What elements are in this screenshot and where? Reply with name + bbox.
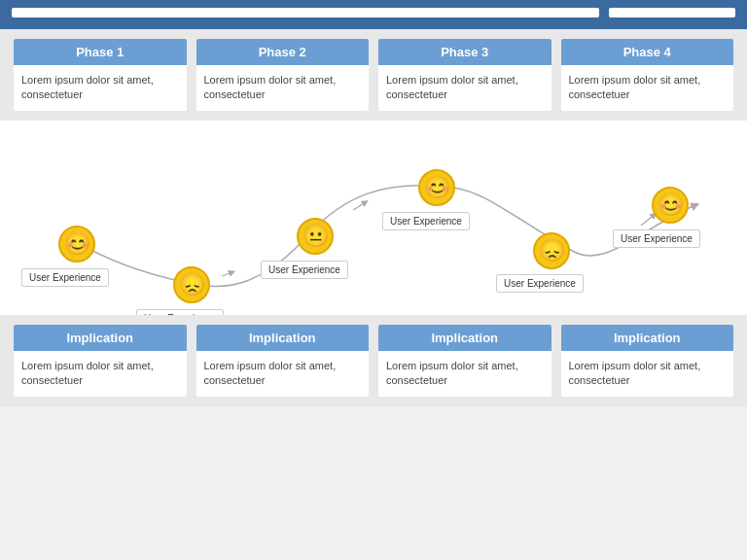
implication-body-3: Lorem ipsum dolor sit amet, consectetuer	[378, 351, 551, 397]
header	[0, 0, 747, 29]
emoji-face-5: 😊	[652, 187, 689, 224]
implications-section: Implication Lorem ipsum dolor sit amet, …	[0, 315, 747, 406]
phase-card-2: Phase 2 Lorem ipsum dolor sit amet, cons…	[196, 39, 370, 111]
exp-label-1: User Experience	[136, 309, 224, 315]
phases-grid: Phase 1 Lorem ipsum dolor sit amet, cons…	[14, 39, 733, 111]
implications-grid: Implication Lorem ipsum dolor sit amet, …	[14, 325, 733, 397]
implication-card-2: Implication Lorem ipsum dolor sit amet, …	[196, 325, 370, 397]
persona-label	[12, 8, 599, 18]
implication-body-2: Lorem ipsum dolor sit amet, consectetuer	[196, 351, 370, 397]
phase-body-2: Lorem ipsum dolor sit amet, consectetuer	[196, 65, 370, 111]
goal-box	[609, 8, 735, 21]
emoji-face-4: 😞	[533, 232, 570, 269]
phase-header-1: Phase 1	[14, 39, 187, 65]
phase-header-3: Phase 3	[378, 39, 551, 65]
phase-body-3: Lorem ipsum dolor sit amet, consectetuer	[378, 65, 551, 111]
implication-header-4: Implication	[561, 325, 734, 351]
implication-header-1: Implication	[14, 325, 187, 351]
journey-path-svg	[0, 121, 747, 315]
phase-header-2: Phase 2	[196, 39, 370, 65]
phase-header-4: Phase 4	[561, 39, 734, 65]
phase-card-3: Phase 3 Lorem ipsum dolor sit amet, cons…	[378, 39, 551, 111]
phase-card-1: Phase 1 Lorem ipsum dolor sit amet, cons…	[14, 39, 187, 111]
implication-header-2: Implication	[196, 325, 370, 351]
exp-label-2: User Experience	[261, 261, 348, 279]
exp-label-3: User Experience	[382, 212, 470, 230]
phases-section: Phase 1 Lorem ipsum dolor sit amet, cons…	[0, 29, 747, 121]
journey-section: 😊😞😐😊😞😊 User ExperienceUser ExperienceUse…	[0, 121, 747, 315]
implication-card-1: Implication Lorem ipsum dolor sit amet, …	[14, 325, 187, 397]
implication-body-1: Lorem ipsum dolor sit amet, consectetuer	[14, 351, 187, 397]
implication-card-3: Implication Lorem ipsum dolor sit amet, …	[378, 325, 551, 397]
phase-body-4: Lorem ipsum dolor sit amet, consectetuer	[561, 65, 734, 111]
implication-body-4: Lorem ipsum dolor sit amet, consectetuer	[561, 351, 734, 397]
emoji-face-0: 😊	[58, 226, 95, 262]
emoji-face-1: 😞	[173, 266, 210, 303]
exp-label-0: User Experience	[21, 268, 109, 287]
phase-body-1: Lorem ipsum dolor sit amet, consectetuer	[14, 65, 187, 111]
implication-header-3: Implication	[378, 325, 551, 351]
exp-label-4: User Experience	[496, 274, 584, 293]
persona-box	[12, 8, 599, 21]
goal-label	[609, 8, 735, 18]
phase-card-4: Phase 4 Lorem ipsum dolor sit amet, cons…	[561, 39, 734, 111]
emoji-face-2: 😐	[297, 218, 334, 255]
exp-label-5: User Experience	[613, 229, 700, 248]
implication-card-4: Implication Lorem ipsum dolor sit amet, …	[561, 325, 734, 397]
emoji-face-3: 😊	[418, 169, 455, 206]
